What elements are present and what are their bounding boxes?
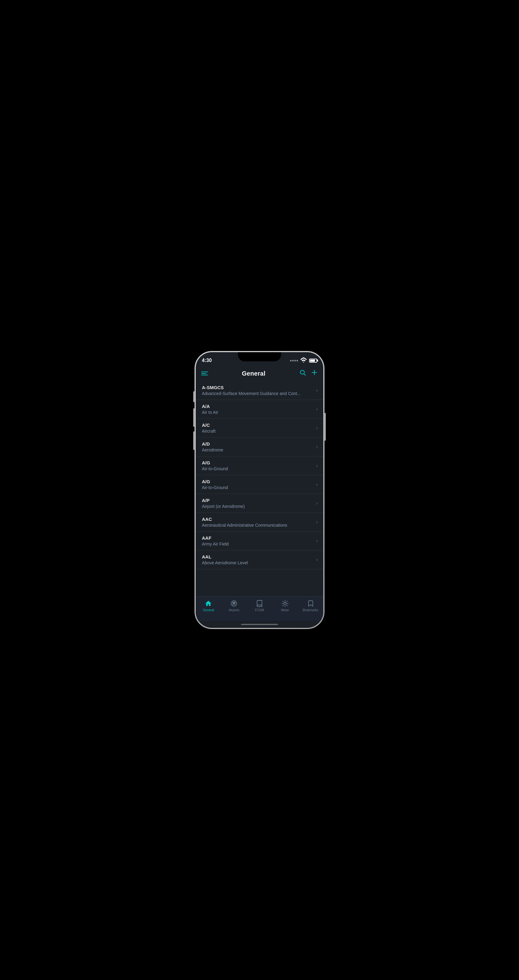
chevron-right-icon: › xyxy=(316,538,318,544)
tab-airports-label: Airports xyxy=(229,608,239,612)
list-item[interactable]: A/P Airport (or Aerodrome) › xyxy=(196,494,323,513)
chevron-right-icon: › xyxy=(316,388,318,393)
menu-button[interactable] xyxy=(201,372,208,375)
status-time: 4:30 xyxy=(202,358,212,363)
chevron-right-icon: › xyxy=(316,463,318,468)
airports-icon xyxy=(230,600,238,607)
chevron-right-icon: › xyxy=(316,425,318,431)
tab-bookmarks-label: Bookmarks xyxy=(303,608,318,612)
list-item[interactable]: AAC Aeronautical Administrative Communic… xyxy=(196,513,323,531)
list-item[interactable]: A-SMGCS Advanced-Surface Movement Guidan… xyxy=(196,381,323,400)
book-icon xyxy=(256,600,263,607)
tab-fcom[interactable]: FCOM xyxy=(247,600,273,612)
list-item[interactable]: A/G Air-to-Ground › xyxy=(196,457,323,475)
list-item[interactable]: A/A Air to Air › xyxy=(196,400,323,419)
bookmark-icon xyxy=(307,600,314,607)
chevron-right-icon: › xyxy=(316,482,318,487)
battery-icon xyxy=(309,359,317,363)
tab-metar[interactable]: Metar xyxy=(272,600,298,612)
page-title: General xyxy=(242,370,266,377)
chevron-right-icon: › xyxy=(316,519,318,525)
chevron-right-icon: › xyxy=(316,501,318,506)
status-icons xyxy=(290,357,317,364)
chevron-right-icon: › xyxy=(316,406,318,412)
list-content: A-SMGCS Advanced-Surface Movement Guidan… xyxy=(196,381,323,597)
add-button[interactable] xyxy=(311,369,318,378)
tab-fcom-label: FCOM xyxy=(255,608,264,612)
list-item[interactable]: A/D Aerodrome › xyxy=(196,438,323,457)
metar-icon xyxy=(281,600,289,607)
list-item[interactable]: AAL Above Aerodrome Level › xyxy=(196,550,323,569)
tab-metar-label: Metar xyxy=(281,608,289,612)
tab-bookmarks[interactable]: Bookmarks xyxy=(298,600,323,612)
tab-general-label: General xyxy=(203,608,214,612)
header-actions xyxy=(299,369,318,378)
list-item[interactable]: A/G Air-to-Ground › xyxy=(196,475,323,494)
list-item[interactable]: A/C Aircraft › xyxy=(196,419,323,438)
search-button[interactable] xyxy=(299,369,306,378)
chevron-right-icon: › xyxy=(316,557,318,562)
home-icon xyxy=(205,600,212,607)
tab-airports[interactable]: Airports xyxy=(221,600,247,612)
list-item[interactable]: AAF Army Air Field › xyxy=(196,531,323,550)
wifi-icon xyxy=(300,357,307,364)
svg-line-1 xyxy=(304,374,305,375)
home-indicator xyxy=(196,621,323,628)
tab-general[interactable]: General xyxy=(196,600,221,612)
chevron-right-icon: › xyxy=(316,444,318,450)
signal-icon xyxy=(290,360,298,361)
header: General xyxy=(196,366,323,381)
tab-bar: General Airports xyxy=(196,597,323,621)
